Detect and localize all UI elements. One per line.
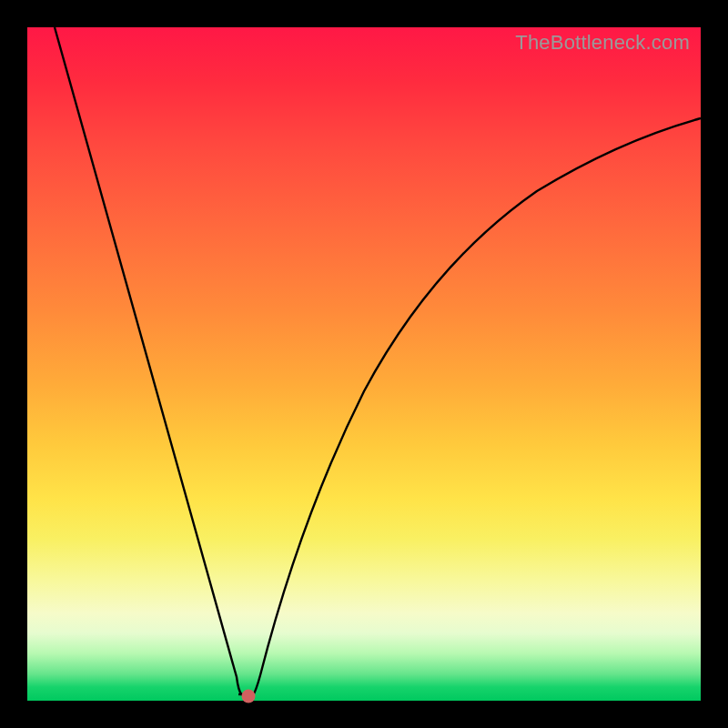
bottleneck-curve: [27, 27, 701, 701]
plot-area: TheBottleneck.com: [27, 27, 701, 701]
curve-right: [253, 118, 701, 695]
curve-left: [55, 27, 242, 695]
chart-frame: TheBottleneck.com: [0, 0, 728, 728]
min-marker-icon: [242, 690, 256, 703]
